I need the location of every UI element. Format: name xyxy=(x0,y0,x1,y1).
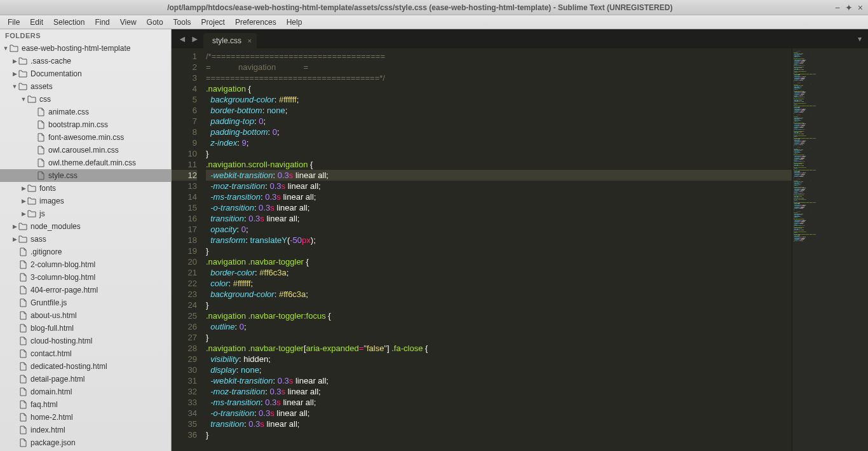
disclosure-arrow-icon[interactable]: ▶ xyxy=(20,185,27,191)
tab-menu-icon[interactable]: ▾ xyxy=(858,34,862,43)
file-font-awesome-min-css[interactable]: font-awesome.min.css xyxy=(0,131,171,144)
file-detail-page-html[interactable]: detail-page.html xyxy=(0,373,171,385)
file-icon xyxy=(18,337,28,345)
menu-selection[interactable]: Selection xyxy=(48,17,90,28)
file-blog-full-html[interactable]: blog-full.html xyxy=(0,322,171,335)
menu-view[interactable]: View xyxy=(115,17,142,28)
tree-item-label: dedicated-hosting.html xyxy=(31,362,107,371)
folder-css[interactable]: ▼css xyxy=(0,93,171,106)
file-owl-carousel-min-css[interactable]: owl.carousel.min.css xyxy=(0,144,171,156)
tree-item-label: contact.html xyxy=(31,349,72,358)
folder--sass-cache[interactable]: ▶.sass-cache xyxy=(0,55,171,67)
folder-assets[interactable]: ▼assets xyxy=(0,80,171,93)
menu-tools[interactable]: Tools xyxy=(168,17,196,28)
tree-item-label: package.json xyxy=(31,438,76,447)
menu-goto[interactable]: Goto xyxy=(142,17,168,28)
folder-icon xyxy=(27,210,37,218)
close-icon[interactable]: × xyxy=(858,3,863,13)
file-contact-html[interactable]: contact.html xyxy=(0,347,171,360)
file-home-2-html[interactable]: home-2.html xyxy=(0,411,171,424)
disclosure-arrow-icon[interactable]: ▶ xyxy=(20,198,27,204)
tree-item-label: faq.html xyxy=(31,400,58,409)
file-about-us-html[interactable]: about-us.html xyxy=(0,309,171,322)
minimize-icon[interactable]: − xyxy=(835,3,840,13)
folder-icon xyxy=(18,223,28,230)
file-domain-html[interactable]: domain.html xyxy=(0,385,171,398)
menu-edit[interactable]: Edit xyxy=(25,17,48,28)
disclosure-arrow-icon[interactable]: ▶ xyxy=(11,223,18,230)
folder-js[interactable]: ▶js xyxy=(0,207,171,220)
code-editor[interactable]: /*===================================== … xyxy=(203,48,792,451)
disclosure-arrow-icon[interactable]: ▶ xyxy=(11,58,18,64)
file--gitignore[interactable]: .gitignore xyxy=(0,246,171,258)
file-cloud-hosting-html[interactable]: cloud-hosting.html xyxy=(0,335,171,347)
window-title: /opt/lampp/htdocs/ease-web-hosting-html-… xyxy=(5,3,835,12)
tab-style-css[interactable]: style.css × xyxy=(203,33,257,48)
folder-images[interactable]: ▶images xyxy=(0,195,171,207)
file-3-column-blog-html[interactable]: 3-column-blog.html xyxy=(0,271,171,284)
file-faq-html[interactable]: faq.html xyxy=(0,398,171,411)
file-style-css[interactable]: style.css xyxy=(0,169,171,182)
file-2-column-blog-html[interactable]: 2-column-blog.html xyxy=(0,258,171,271)
folder-sass[interactable]: ▶sass xyxy=(0,233,171,246)
tab-label: style.css xyxy=(212,36,241,45)
file-package-json[interactable]: package.json xyxy=(0,436,171,449)
disclosure-arrow-icon[interactable]: ▶ xyxy=(20,211,27,217)
file-icon xyxy=(18,324,28,333)
editor-area: ◄ ► style.css × ▾ 1234567891011121314151… xyxy=(172,29,868,451)
file-dedicated-hosting-html[interactable]: dedicated-hosting.html xyxy=(0,360,171,373)
tree-item-label: fonts xyxy=(39,184,56,193)
folder-documentation[interactable]: ▶Documentation xyxy=(0,67,171,80)
menu-find[interactable]: Find xyxy=(90,17,114,28)
disclosure-arrow-icon[interactable]: ▼ xyxy=(20,96,27,102)
tree-item-label: home-2.html xyxy=(31,413,73,422)
file-icon xyxy=(18,286,28,295)
nav-back-icon[interactable]: ◄ xyxy=(178,34,187,44)
tree-item-label: 404-error-page.html xyxy=(31,286,98,295)
disclosure-arrow-icon[interactable]: ▼ xyxy=(3,45,9,52)
disclosure-arrow-icon[interactable]: ▶ xyxy=(11,71,18,77)
minimap[interactable]: /*==================================== =… xyxy=(792,48,868,451)
file-owl-theme-default-min-css[interactable]: owl.theme.default.min.css xyxy=(0,156,171,169)
maximize-icon[interactable]: ✦ xyxy=(845,3,853,13)
file-bootstrap-min-css[interactable]: bootstrap.min.css xyxy=(0,118,171,131)
file-icon xyxy=(36,158,46,167)
file-icon xyxy=(36,133,46,142)
menu-bar: FileEditSelectionFindViewGotoToolsProjec… xyxy=(0,15,868,29)
tab-close-icon[interactable]: × xyxy=(248,37,252,45)
file-icon xyxy=(18,375,28,384)
file-404-error-page-html[interactable]: 404-error-page.html xyxy=(0,284,171,296)
nav-fwd-icon[interactable]: ► xyxy=(191,34,200,44)
tree-item-label: animate.css xyxy=(48,108,89,116)
tree-item-label: owl.carousel.min.css xyxy=(48,146,119,155)
file-index-html[interactable]: index.html xyxy=(0,424,171,436)
file-icon xyxy=(18,426,28,434)
file-icon xyxy=(18,298,28,307)
tree-item-label: images xyxy=(39,197,64,205)
tree-item-label: node_modules xyxy=(31,222,81,231)
folder-fonts[interactable]: ▶fonts xyxy=(0,182,171,195)
file-gruntfile-js[interactable]: Gruntfile.js xyxy=(0,296,171,309)
file-animate-css[interactable]: animate.css xyxy=(0,106,171,118)
tree-item-label: owl.theme.default.min.css xyxy=(48,158,136,167)
tree-item-label: .gitignore xyxy=(31,247,62,256)
file-icon xyxy=(18,387,28,396)
tree-item-label: sass xyxy=(31,235,46,244)
menu-help[interactable]: Help xyxy=(281,17,308,28)
disclosure-arrow-icon[interactable]: ▶ xyxy=(11,236,18,242)
menu-preferences[interactable]: Preferences xyxy=(230,17,281,28)
file-icon xyxy=(18,247,28,256)
folder-node-modules[interactable]: ▶node_modules xyxy=(0,220,171,233)
file-icon xyxy=(36,120,46,129)
file-icon xyxy=(18,438,28,447)
folder-ease-web-hosting-html-template[interactable]: ▼ease-web-hosting-html-template xyxy=(0,42,171,55)
menu-project[interactable]: Project xyxy=(196,17,230,28)
disclosure-arrow-icon[interactable]: ▼ xyxy=(11,83,18,90)
menu-file[interactable]: File xyxy=(3,17,25,28)
tree-item-label: bootstrap.min.css xyxy=(48,120,108,129)
folder-icon xyxy=(9,45,19,52)
tree-item-label: ease-web-hosting-html-template xyxy=(22,44,130,53)
file-icon xyxy=(36,171,46,180)
file-icon xyxy=(36,146,46,155)
tree-item-label: css xyxy=(39,95,51,104)
